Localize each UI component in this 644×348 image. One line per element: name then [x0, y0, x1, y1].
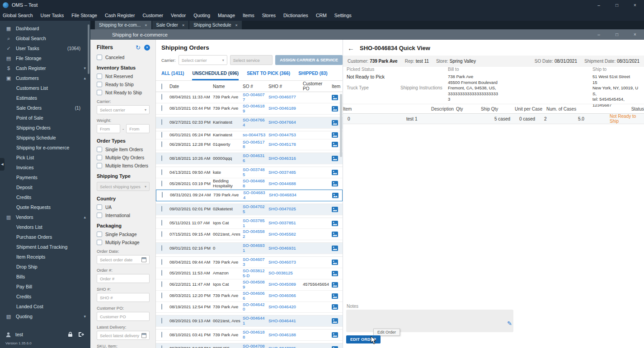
image-attachment-icon[interactable] — [332, 346, 338, 348]
checkbox[interactable] — [97, 155, 102, 160]
image-attachment-icon[interactable] — [332, 156, 338, 161]
menu-item[interactable]: Items — [243, 13, 254, 18]
image-attachment-icon[interactable] — [332, 260, 338, 265]
table-row[interactable]: 09/02/2021 02:01 PM 02katetest SO-004702… — [156, 204, 343, 215]
row-checkbox[interactable] — [161, 169, 162, 175]
checkbox[interactable] — [97, 55, 102, 60]
so-number-link[interactable]: SO-0045178 — [243, 140, 268, 150]
sho-number-link[interactable]: SHO-0046077 — [268, 95, 303, 100]
sidebar-item[interactable]: $ Cash Register ▾ — [0, 63, 90, 73]
row-checkbox[interactable] — [161, 292, 162, 298]
sidebar-item[interactable]: Estimates — [0, 93, 90, 103]
assign-carrier-service-button[interactable]: ASSIGN CARRIER & SERVICE — [275, 55, 343, 65]
calendar-icon[interactable] — [141, 257, 146, 262]
column-date[interactable]: Date — [169, 84, 213, 89]
sidebar-item[interactable]: Purchase Orders — [0, 232, 90, 242]
close-button[interactable]: × — [626, 0, 644, 10]
row-checkbox[interactable] — [161, 220, 162, 226]
so-number-link[interactable]: so-0044753 — [243, 133, 268, 138]
so-number-link[interactable]: SO-0037851 — [243, 218, 268, 228]
column-so[interactable]: SO # — [243, 84, 268, 89]
edit-notes-pencil-icon[interactable]: ✎ — [507, 320, 512, 327]
table-row[interactable]: 08/10/2021 03:41 PM 739 Park Ave SO-0046… — [156, 329, 343, 341]
filter-checkbox-row[interactable]: Not Reserved — [97, 74, 150, 79]
sho-number-link[interactable]: SO-0038125 — [268, 271, 303, 276]
menu-item[interactable]: Settings — [334, 13, 352, 18]
filter-checkbox-row[interactable]: Single Item Orders — [97, 147, 150, 152]
order-number-input[interactable] — [97, 274, 150, 283]
image-attachment-icon[interactable] — [332, 282, 338, 288]
sho-number-link[interactable]: SHO-0046189 — [268, 106, 303, 111]
sidebar-item[interactable]: Shipping Schedule — [0, 133, 90, 143]
checkbox[interactable] — [97, 213, 102, 218]
filter-checkbox-row[interactable]: International — [97, 213, 150, 218]
sho-number-link[interactable]: SHO-0047085 — [268, 346, 303, 348]
sidebar-item[interactable]: Quote Requests — [0, 202, 90, 212]
image-attachment-icon[interactable] — [332, 170, 338, 175]
so-number-link[interactable]: SO-0047664 — [243, 118, 268, 128]
sidebar-item[interactable]: ▧ Quoting ▾ — [0, 311, 90, 321]
row-checkbox[interactable] — [161, 259, 162, 265]
sidebar-item[interactable]: ✓ User Tasks (1064) — [0, 43, 90, 53]
table-row[interactable]: 08/31/2021 09:24 AM 739 Park Ave SO-0046… — [156, 190, 343, 201]
orders-status-tab[interactable]: ALL (1411) — [161, 71, 184, 80]
table-row[interactable]: 08/18/2021 10:26 AM 00000qqq SO-0046316 … — [156, 153, 343, 164]
table-row[interactable]: 08/03/2021 12:20 PM 739 Park Ave SO-0046… — [156, 291, 343, 302]
orders-status-tab[interactable]: SENT TO PICK (366) — [247, 71, 290, 80]
weight-from-input[interactable] — [97, 124, 120, 133]
sidebar-item[interactable]: Vendors List — [0, 222, 90, 232]
row-checkbox[interactable] — [161, 132, 162, 138]
document-tab[interactable]: Sale Order × — [152, 21, 189, 29]
image-attachment-icon[interactable] — [332, 106, 338, 111]
checkbox[interactable] — [97, 82, 102, 87]
row-checkbox[interactable] — [161, 231, 162, 237]
so-number-link[interactable]: SO-0046188 — [243, 330, 268, 340]
row-checkbox[interactable] — [161, 318, 162, 324]
image-attachment-icon[interactable] — [332, 318, 338, 324]
menu-item[interactable]: Manage — [218, 13, 235, 18]
checkbox[interactable] — [97, 90, 102, 95]
table-row[interactable]: 09/01/2021 02:16 PM 0 SO-0046931 SHO-004… — [156, 242, 343, 254]
row-checkbox[interactable] — [161, 245, 162, 251]
notes-field[interactable]: ✎ — [346, 310, 513, 332]
sho-number-link[interactable]: SHO-0046931 — [268, 246, 303, 251]
table-row[interactable]: 08/04/2021 09:44 AM 739 Park Ave SO-0046… — [156, 256, 343, 268]
document-tab[interactable]: Shipping Schedule × — [189, 21, 242, 29]
row-checkbox[interactable] — [161, 105, 162, 111]
table-row[interactable]: 08/19/2021 12:54 PM 739 Park Ave SO-0046… — [156, 302, 343, 313]
tab-close-icon[interactable]: × — [182, 23, 184, 28]
sidebar-item[interactable]: Landed Cost — [0, 302, 90, 311]
inner-minimize-button[interactable]: – — [590, 29, 608, 40]
sho-number-input[interactable] — [97, 293, 150, 302]
table-row[interactable]: 08/10/2021 03:44 PM 739 Park Ave SO-0046… — [156, 103, 343, 115]
filter-checkbox-row[interactable]: Ready to Ship — [97, 82, 150, 87]
row-checkbox[interactable] — [162, 192, 163, 198]
row-checkbox[interactable] — [161, 94, 162, 100]
menu-item[interactable]: Stores — [262, 13, 276, 18]
image-attachment-icon[interactable] — [332, 120, 338, 125]
image-attachment-icon[interactable] — [332, 193, 338, 198]
filter-checkbox-row[interactable]: Single Package — [97, 232, 150, 237]
table-row[interactable]: 06/22/2021 11:47 AM Iqos Cat SO-0045089 … — [156, 279, 343, 291]
shipping-type-select[interactable]: Select shipping types ▾ — [97, 182, 150, 191]
sidebar-item[interactable]: Sale Orders (1) — [0, 103, 90, 113]
sidebar-scrollbar[interactable] — [88, 24, 89, 74]
so-number-link[interactable]: SO-0046073 — [243, 257, 268, 267]
sho-number-link[interactable]: SHO-0045582 — [268, 232, 303, 237]
image-attachment-icon[interactable] — [332, 132, 338, 138]
filter-checkbox-row[interactable]: Multiple Qty Orders — [97, 155, 150, 160]
item-row[interactable]: 0 test 1 5 cased 0 cased 2 5.0 Not Ready… — [343, 114, 644, 124]
table-row[interactable]: 08/20/2021 09:13 AM 0021test, Ares SO-00… — [156, 315, 343, 327]
sidebar-item[interactable]: ▤ File Storage — [0, 53, 90, 63]
row-checkbox[interactable] — [161, 345, 162, 348]
sho-number-link[interactable]: SHO-0037851 — [268, 221, 303, 226]
so-number-link[interactable]: SO-0038125-D — [243, 269, 268, 278]
menu-item[interactable]: Cash Register — [105, 13, 135, 18]
checkbox[interactable] — [97, 204, 102, 210]
so-number-link[interactable]: SO-0046441 — [243, 316, 268, 326]
row-checkbox[interactable] — [161, 270, 162, 276]
sidebar-item[interactable]: Payments — [0, 172, 90, 182]
orders-scrollbar[interactable] — [340, 94, 342, 157]
row-checkbox[interactable] — [161, 304, 162, 310]
sho-number-link[interactable]: SHO-0046066 — [268, 293, 303, 298]
